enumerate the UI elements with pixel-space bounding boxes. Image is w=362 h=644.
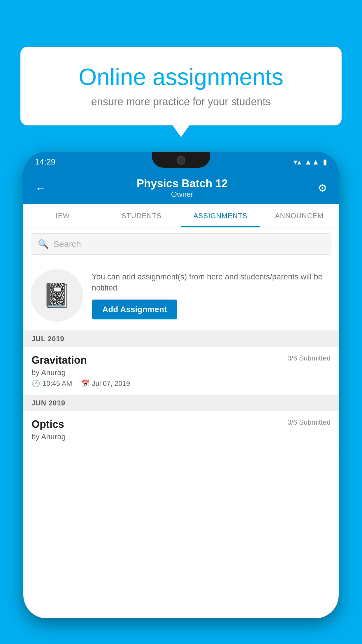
assignment-submitted-gravitation: 0/6 Submitted	[287, 354, 331, 362]
bubble-title: Online assignments	[41, 64, 321, 90]
phone-wrapper: 14:29 ▾▴ ▲▲ ▮ ← Physics Batch 12 Owner ⚙…	[23, 152, 339, 644]
add-assignment-button[interactable]: Add Assignment	[92, 300, 177, 319]
assignment-time: 🕐 10:45 AM	[31, 379, 72, 388]
assignment-top-row: Gravitation 0/6 Submitted	[31, 354, 331, 366]
clock-icon: 🕐	[31, 379, 40, 388]
assignment-title-optics: Optics	[31, 418, 64, 430]
assignment-item-optics[interactable]: Optics 0/6 Submitted by Anurag	[23, 411, 339, 451]
section-header-text-jun: JUN 2019	[31, 399, 65, 407]
section-header-jun: JUN 2019	[23, 395, 339, 411]
assignment-author-optics: by Anurag	[31, 432, 331, 441]
empty-description: You can add assignment(s) from here and …	[92, 272, 331, 294]
bubble-subtitle: ensure more practice for your students	[41, 96, 321, 108]
assignment-top-row-optics: Optics 0/6 Submitted	[31, 418, 331, 430]
wifi-icon: ▾▴	[294, 158, 301, 167]
search-icon: 🔍	[38, 239, 49, 249]
signal-icon: ▲▲	[305, 158, 319, 167]
tab-iew[interactable]: IEW	[23, 204, 102, 227]
status-time: 14:29	[35, 157, 55, 167]
search-bar[interactable]: 🔍 Search	[31, 233, 331, 255]
header-title-wrapper: Physics Batch 12 Owner	[47, 177, 318, 199]
assignment-submitted-optics: 0/6 Submitted	[287, 418, 331, 426]
settings-icon[interactable]: ⚙	[318, 182, 327, 194]
time-value: 10:45 AM	[43, 379, 72, 388]
speech-bubble: Online assignments ensure more practice …	[20, 47, 342, 125]
app-header: ← Physics Batch 12 Owner ⚙	[23, 172, 339, 204]
assignment-meta-gravitation: 🕐 10:45 AM 📅 Jul 07, 2019	[31, 379, 331, 388]
tab-students[interactable]: STUDENTS	[102, 204, 181, 227]
section-header-jul: JUL 2019	[23, 331, 339, 347]
notebook-icon: 📓	[42, 282, 71, 309]
screen-content: 🔍 Search 📓 You can add assignment(s) fro…	[23, 228, 339, 618]
speech-bubble-wrapper: Online assignments ensure more practice …	[20, 47, 342, 125]
assignment-title-gravitation: Gravitation	[31, 354, 87, 366]
phone-outer: 14:29 ▾▴ ▲▲ ▮ ← Physics Batch 12 Owner ⚙…	[23, 152, 339, 618]
assignment-item-gravitation[interactable]: Gravitation 0/6 Submitted by Anurag 🕐 10…	[23, 347, 339, 395]
search-placeholder: Search	[53, 239, 81, 249]
empty-icon-circle: 📓	[31, 269, 83, 322]
header-subtitle: Owner	[47, 190, 318, 199]
date-value: Jul 07, 2019	[92, 379, 130, 388]
calendar-icon: 📅	[81, 379, 89, 388]
phone-notch	[152, 152, 210, 168]
header-title: Physics Batch 12	[47, 177, 318, 190]
phone-camera	[177, 156, 185, 165]
assignment-author-gravitation: by Anurag	[31, 368, 331, 377]
back-button[interactable]: ←	[35, 182, 47, 195]
section-header-text-jul: JUL 2019	[31, 335, 64, 343]
battery-icon: ▮	[323, 158, 327, 167]
empty-state: 📓 You can add assignment(s) from here an…	[23, 260, 339, 331]
tab-assignments[interactable]: ASSIGNMENTS	[181, 204, 260, 227]
tab-announcements[interactable]: ANNOUNCEM	[260, 204, 339, 227]
assignment-date: 📅 Jul 07, 2019	[81, 379, 130, 388]
status-icons: ▾▴ ▲▲ ▮	[294, 158, 327, 167]
tabs-bar: IEW STUDENTS ASSIGNMENTS ANNOUNCEM	[23, 204, 339, 228]
empty-text-area: You can add assignment(s) from here and …	[92, 272, 331, 319]
